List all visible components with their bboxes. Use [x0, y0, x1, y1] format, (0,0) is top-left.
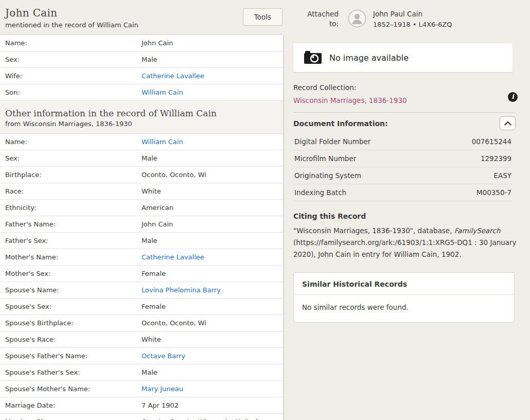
row-value: American [142, 203, 278, 212]
row-label: Ethnicity: [5, 203, 142, 212]
row-label: Name: [5, 137, 142, 146]
info-icon[interactable]: i [508, 92, 518, 102]
record-collection-label: Record Collection: [293, 83, 499, 92]
no-image-text: No image available [329, 53, 409, 63]
table-row: Spouse's Father's Sex: Male [0, 364, 283, 381]
collapse-button[interactable] [500, 116, 516, 130]
page-subtitle: mentioned in the record of William Cain [5, 21, 283, 29]
chevron-up-icon [504, 121, 511, 126]
row-value: White [142, 335, 278, 344]
person-link[interactable]: Catherine Lavallee [142, 72, 204, 80]
document-info-row: Microfilm Number 1292399 [293, 150, 513, 167]
attached-to-section: Attached to: John Paul Cain 1852–1918 • … [293, 9, 520, 29]
attached-person-details: 1852–1918 • L4X6-6ZQ [373, 21, 452, 28]
attached-person[interactable]: John Paul Cain 1852–1918 • L4X6-6ZQ [373, 9, 452, 28]
row-label: Mother's Name: [5, 253, 142, 261]
row-value: Male [142, 368, 278, 377]
row-value: Oconto, Oconto, Wisconsin, United States [142, 417, 270, 420]
record-header: John Cain mentioned in the record of Wil… [0, 0, 283, 32]
citation-part: (https://familysearch.org/ark:/61903/1:1… [293, 238, 517, 258]
table-row: Ethnicity: American [0, 200, 283, 216]
row-label: Marriage Place: [5, 417, 142, 420]
document-info-row: Originating System EASY [293, 167, 513, 184]
record-sidebar: Attached to: John Paul Cain 1852–1918 • … [293, 0, 520, 420]
table-row: Race: White [0, 183, 283, 200]
similar-records-section: Similar Historical Records No similar re… [293, 272, 515, 323]
other-information-header: Other information in the record of Willi… [0, 101, 283, 134]
citation-source-name: FamilySearch [454, 226, 501, 235]
person-avatar-icon[interactable] [348, 9, 366, 28]
table-row: Son: William Cain [0, 84, 283, 101]
document-info-row: Indexing Batch M00350-7 [293, 184, 513, 201]
attached-person-name[interactable]: John Paul Cain [373, 10, 452, 18]
table-row: Sex: Male [0, 150, 283, 167]
page-title: John Cain [5, 7, 283, 19]
doc-row-label: Digital Folder Number [294, 137, 370, 146]
table-row: Father's Name: John Cain [0, 216, 283, 233]
doc-row-label: Originating System [294, 171, 361, 180]
row-value: Female [142, 269, 278, 278]
row-value: Male [142, 55, 278, 64]
document-info-row: Digital Folder Number 007615244 [293, 133, 513, 150]
row-label: Mother's Sex: [5, 269, 142, 278]
row-label: Name: [5, 39, 142, 47]
row-label: Marriage Date: [5, 401, 142, 410]
row-value: Male [142, 236, 278, 245]
doc-row-value: 007615244 [472, 137, 511, 146]
record-collection-link[interactable]: Wisconsin Marriages, 1836-1930 [293, 96, 407, 104]
table-row: Marriage Place: Oconto, Oconto, Wisconsi… [0, 414, 283, 420]
section-subtitle: from Wisconsin Marriages, 1836-1930 [5, 120, 278, 128]
person-link[interactable]: William Cain [142, 138, 183, 146]
row-label: Wife: [5, 72, 142, 80]
camera-icon [304, 50, 323, 65]
person-link[interactable]: Mary Juneau [142, 385, 183, 393]
table-row: Name: William Cain [0, 134, 283, 150]
row-value: Oconto, Oconto, Wi [142, 170, 278, 179]
table-row: Spouse's Sex: Female [0, 299, 283, 315]
row-value: Oconto, Oconto, Wi [142, 319, 278, 327]
table-row: Spouse's Race: White [0, 331, 283, 348]
table-row: Birthplace: Oconto, Oconto, Wi [0, 167, 283, 183]
table-row: Mother's Sex: Female [0, 266, 283, 282]
table-row: Wife: Catherine Lavallee [0, 68, 283, 84]
row-label: Spouse's Father's Name: [5, 352, 142, 360]
row-label: Spouse's Race: [5, 335, 142, 344]
row-label: Sex: [5, 55, 142, 64]
row-label: Spouse's Birthplace: [5, 319, 142, 327]
table-row: Sex: Male [0, 51, 283, 68]
row-value: John Cain [142, 39, 278, 47]
record-detail-page: John Cain mentioned in the record of Wil… [0, 0, 530, 420]
row-value: Male [142, 154, 278, 163]
row-label: Birthplace: [5, 170, 142, 179]
table-row: Father's Sex: Male [0, 233, 283, 249]
person-link[interactable]: Catherine Lavallee [142, 253, 204, 261]
person-link[interactable]: Lovina Phelomina Barry [142, 286, 221, 294]
attached-to-label: Attached to: [301, 9, 339, 29]
table-row: Name: John Cain [0, 35, 283, 51]
citing-section: Citing this Record "Wisconsin Marriages,… [293, 212, 517, 260]
doc-row-label: Indexing Batch [294, 188, 346, 197]
microfilm-number-link[interactable]: 1292399 [481, 154, 511, 163]
row-label: Race: [5, 187, 142, 196]
row-label: Spouse's Father's Sex: [5, 368, 142, 377]
table-row: Spouse's Birthplace: Oconto, Oconto, Wi [0, 315, 283, 331]
row-value: John Cain [142, 220, 278, 229]
row-label: Father's Name: [5, 220, 142, 229]
tools-button[interactable]: Tools [243, 8, 282, 26]
record-card: Name: John Cain Sex: Male Wife: Catherin… [0, 35, 283, 420]
citing-title: Citing this Record [293, 212, 517, 220]
section-title: Other information in the record of Willi… [5, 108, 278, 118]
document-information-title: Document Information: [293, 119, 388, 128]
document-information-header: Document Information: [293, 113, 516, 133]
table-row: Marriage Date: 7 Apr 1902 [0, 397, 283, 414]
row-label: Son: [5, 88, 142, 97]
table-row: Mother's Name: Catherine Lavallee [0, 249, 283, 266]
person-link[interactable]: William Cain [142, 89, 183, 96]
doc-row-value: EASY [493, 171, 511, 180]
similar-records-title: Similar Historical Records [294, 273, 514, 295]
doc-row-label: Microfilm Number [294, 154, 356, 163]
indexing-batch-link[interactable]: M00350-7 [476, 188, 511, 197]
no-image-box: No image available [293, 43, 513, 72]
table-row: Spouse's Name: Lovina Phelomina Barry [0, 282, 283, 299]
person-link[interactable]: Octave Barry [142, 352, 185, 360]
